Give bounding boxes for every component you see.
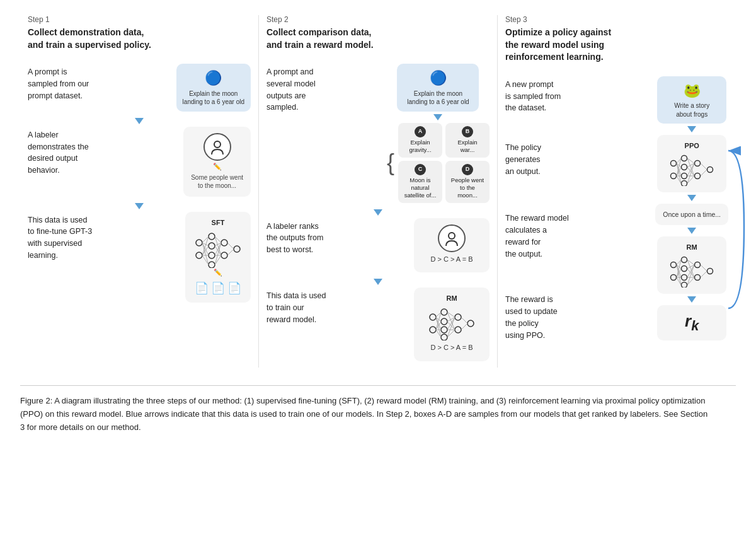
circle-d: D: [462, 164, 473, 175]
svg-point-2: [196, 252, 202, 258]
svg-point-35: [455, 314, 461, 320]
step3-prompt-box: 🐸 Write a storyabout frogs: [657, 76, 726, 124]
svg-point-61: [681, 181, 687, 187]
step3-output-box: Once upon a time...: [655, 204, 728, 225]
output-a: A Explain gravity...: [398, 123, 442, 158]
svg-line-108: [701, 265, 707, 271]
prompt-icon2: 🔵: [403, 69, 472, 88]
svg-point-85: [681, 257, 687, 263]
step3-text4: The reward isused to updatethe policyusi…: [505, 291, 649, 341]
step3-desc2: The policygeneratesan output.: [505, 139, 649, 177]
svg-point-28: [449, 233, 455, 239]
svg-point-58: [681, 156, 687, 161]
step3-arrow2: [687, 195, 696, 201]
person-icon1: [203, 133, 231, 161]
figure-caption: Figure 2: A diagram illustrating the thr…: [20, 395, 713, 434]
svg-line-26: [227, 243, 234, 249]
rm-label-2: RM: [421, 294, 482, 303]
svg-point-32: [441, 318, 447, 325]
rm-label-3: RM: [665, 243, 719, 252]
step3-title: Optimize a policy againstthe reward mode…: [505, 26, 728, 64]
step2-item2: A labeler ranksthe outputs frombest to w…: [266, 218, 490, 273]
step2-rm-box: RM: [414, 288, 490, 361]
step1-item1: A prompt issampled from ourprompt datase…: [28, 64, 251, 112]
svg-point-6: [209, 262, 215, 268]
svg-point-64: [707, 167, 713, 173]
step2-arrow1: [266, 209, 490, 216]
step3-arrow1: [687, 126, 696, 132]
step2-text2: A labeler ranksthe outputs frombest to w…: [266, 218, 405, 256]
file-icon2: 📄: [211, 281, 225, 296]
svg-point-63: [694, 173, 700, 179]
step3-desc1: A new promptis sampled fromthe dataset.: [505, 76, 649, 114]
svg-point-37: [467, 320, 474, 327]
svg-line-53: [447, 330, 455, 337]
step3-text2: The policygeneratesan output.: [505, 139, 649, 177]
step2-item3: This data is usedto train ourreward mode…: [266, 288, 490, 361]
step2-right: 🔵 Explain the moonlanding to a 6 year ol…: [387, 64, 490, 202]
step3-reward-box: rk: [657, 305, 726, 340]
step3-prompt-text: Write a storyabout frogs: [663, 102, 720, 119]
bracket-grid-row: { A Explain gravity... B Explain war... …: [387, 123, 490, 203]
step3-column: Step 3 Optimize a policy againstthe rewa…: [498, 15, 736, 368]
step1-person: ✏️ Some people wentto the moon...: [191, 133, 243, 190]
file-icon3: 📄: [227, 281, 241, 296]
edit-icon1: ✏️: [191, 162, 243, 171]
file-icon1: 📄: [195, 281, 209, 296]
files-row: 📄 📄 📄: [193, 281, 243, 296]
step3-desc4: The reward isused to updatethe policyusi…: [505, 291, 649, 341]
circle-a: A: [415, 126, 426, 137]
step2-text3: This data is usedto train ourreward mode…: [266, 288, 405, 325]
svg-point-31: [441, 309, 447, 315]
svg-point-62: [694, 161, 700, 166]
svg-point-5: [209, 252, 215, 258]
step1-text2: A labelerdemonstrates thedesired outputb…: [28, 127, 175, 177]
step3-arrow3: [687, 228, 696, 234]
svg-line-81: [701, 163, 707, 170]
step3-arrow4: [687, 296, 696, 303]
svg-point-34: [441, 334, 447, 340]
step2-arrow-a: [433, 114, 442, 120]
reward-value: rk: [665, 310, 719, 335]
svg-line-51: [447, 322, 455, 330]
prompt-icon1: 🔵: [183, 69, 244, 88]
svg-point-0: [214, 141, 220, 148]
step2-arrow2: [266, 279, 490, 285]
svg-line-55: [461, 323, 467, 330]
output-b: B Explain war...: [445, 123, 490, 158]
svg-point-33: [441, 327, 447, 333]
step2-prompt-text: Explain the moonlanding to a 6 year old: [403, 90, 472, 107]
edit-icon2: ✏️: [193, 268, 243, 277]
svg-point-9: [234, 246, 240, 252]
step2-label: Step 2: [266, 15, 490, 24]
circle-c: C: [415, 164, 426, 175]
step1-column: Step 1 Collect demonstration data,and tr…: [20, 15, 259, 368]
svg-line-78: [687, 167, 694, 176]
svg-line-17: [202, 255, 209, 265]
svg-line-82: [701, 170, 707, 176]
svg-point-87: [681, 275, 687, 281]
svg-point-60: [681, 173, 687, 179]
svg-line-105: [687, 269, 694, 277]
person-icon2: [438, 224, 466, 252]
svg-line-54: [461, 317, 467, 323]
step2-person: D > C > A = B: [421, 224, 482, 264]
caption-divider: [20, 385, 736, 386]
step2-text1: A prompt andseveral modeloutputs aresamp…: [266, 64, 378, 113]
svg-point-56: [670, 161, 676, 166]
step2-ranking2: D > C > A = B: [421, 343, 482, 352]
ppo-label: PPO: [665, 141, 719, 151]
svg-point-36: [455, 327, 461, 333]
step3-right-boxes: 🐸 Write a storyabout frogs PPO: [655, 76, 728, 340]
svg-point-30: [430, 327, 436, 333]
step2-prompt-box: 🔵 Explain the moonlanding to a 6 year ol…: [397, 64, 479, 112]
step3-descriptions: A new promptis sampled fromthe dataset. …: [505, 76, 649, 342]
step2-ranking1: D > C > A = B: [421, 255, 482, 264]
step2-labeler-box: D > C > A = B: [414, 218, 490, 273]
svg-point-59: [681, 165, 687, 170]
svg-point-4: [209, 243, 215, 249]
step1-item2: A labelerdemonstrates thedesired outputb…: [28, 127, 251, 197]
outputs-grid: A Explain gravity... B Explain war... C …: [398, 123, 490, 203]
svg-point-88: [681, 282, 687, 288]
step3-ppo-box: PPO: [657, 135, 726, 192]
